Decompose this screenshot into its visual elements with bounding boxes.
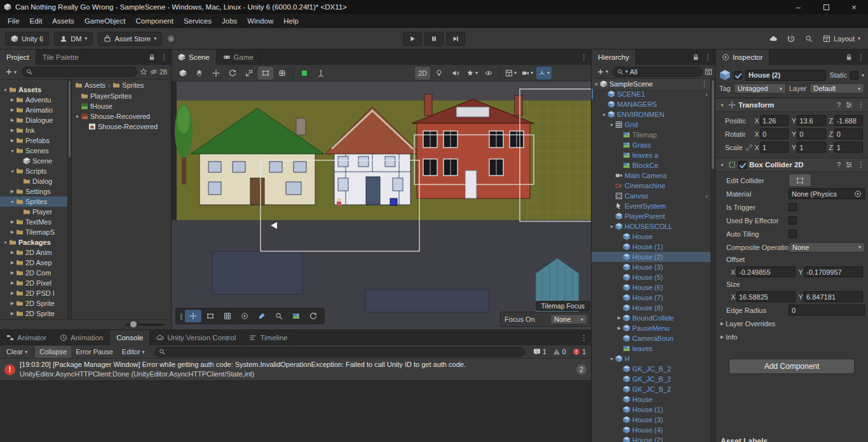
hierarchy-search-input[interactable]: ▾ All: [613, 67, 703, 77]
layout-dropdown[interactable]: Layout ▾: [823, 35, 860, 43]
material-field[interactable]: None (Physics: [789, 188, 865, 199]
tab-unity-version-control[interactable]: Unity Version Control: [150, 330, 243, 345]
hierarchy-item-house-8[interactable]: House (8): [592, 303, 710, 313]
scale-link-icon[interactable]: [745, 144, 754, 151]
menu-jobs[interactable]: Jobs: [217, 15, 242, 27]
size-x-field[interactable]: 16.58825: [736, 291, 796, 302]
tile-pick-tool[interactable]: [305, 310, 322, 322]
transform-rotation-x-field[interactable]: 0: [760, 128, 789, 139]
hierarchy-item-canvas[interactable]: Canvas›: [592, 191, 710, 201]
step-button[interactable]: [446, 32, 465, 46]
edge-radius-field[interactable]: 0: [789, 305, 865, 315]
lock-icon[interactable]: [692, 53, 700, 61]
project-tree-item-2d-anim[interactable]: ▶2D Anim: [0, 247, 67, 258]
tab-project[interactable]: Project: [0, 50, 36, 65]
layer-dropdown[interactable]: Default ▾: [810, 83, 864, 93]
tab-animator[interactable]: Animator: [0, 330, 53, 345]
visibility-toggle-button[interactable]: [481, 67, 496, 79]
project-tree-item-2d-com[interactable]: ▶2D Com: [0, 268, 67, 278]
search-icon[interactable]: [805, 35, 813, 43]
lighting-toggle-button[interactable]: [431, 67, 447, 79]
hierarchy-item-house-1[interactable]: House (1): [592, 242, 710, 252]
hierarchy-item-grass[interactable]: Grass: [592, 140, 710, 150]
gameobject-name-field[interactable]: House (2): [745, 70, 826, 81]
project-tree-item-textmes[interactable]: ▶TextMes: [0, 217, 67, 227]
favorites-star-icon[interactable]: [140, 68, 147, 76]
clear-button[interactable]: Clear ▾: [2, 346, 32, 358]
foldout-open-icon[interactable]: ▼: [9, 200, 16, 204]
project-file-shouse-recovered[interactable]: ▼Shouse-Recovered: [72, 111, 171, 121]
prefab-open-arrow-icon[interactable]: ›: [705, 90, 708, 98]
foldout-open-icon[interactable]: ▼: [2, 240, 9, 245]
hierarchy-item-boundcollide[interactable]: ▶BoundCollide: [592, 313, 710, 323]
project-tree-item-2d-psd-i[interactable]: ▶2D PSD I: [0, 288, 67, 298]
foldout-closed-icon[interactable]: ▶: [9, 260, 16, 265]
shaded-view-button[interactable]: [175, 67, 191, 79]
thumbnail-zoom-slider[interactable]: [125, 324, 165, 326]
hierarchy-item-gk-jc-b-2[interactable]: GK_JC_B_2: [592, 374, 710, 384]
offset-y-field[interactable]: -0.1709957: [804, 266, 863, 277]
menu-file[interactable]: File: [3, 15, 25, 27]
hierarchy-item-house-1[interactable]: House (1): [592, 404, 710, 415]
chevron-down-icon[interactable]: ▾: [862, 73, 864, 78]
menu-window[interactable]: Window: [242, 15, 278, 27]
focus-on-dropdown[interactable]: None ▾: [550, 314, 587, 324]
checkbox[interactable]: [789, 203, 797, 211]
project-tree-item-scene[interactable]: Scene: [0, 156, 67, 166]
foldout-closed-icon[interactable]: ▶: [719, 335, 726, 340]
presets-icon[interactable]: [845, 161, 853, 169]
foldout-closed-icon[interactable]: ▶: [9, 280, 16, 286]
foldout-closed-icon[interactable]: ▶: [9, 270, 16, 275]
foldout-open-icon[interactable]: ▼: [719, 103, 726, 107]
kebab-menu-icon[interactable]: ⋮: [580, 53, 588, 62]
hierarchy-item-tilemap[interactable]: Tilemap: [592, 130, 710, 140]
transform-position-x-field[interactable]: 1.26: [760, 115, 789, 126]
menu-services[interactable]: Services: [179, 15, 217, 27]
warning-count[interactable]: 0: [550, 348, 569, 356]
project-tree-item-sprites[interactable]: ▼Sprites: [0, 197, 67, 207]
menu-edit[interactable]: Edit: [25, 15, 48, 27]
gizmos-dropdown-button[interactable]: ▾: [536, 67, 552, 79]
project-tree-item-dialogue[interactable]: ▶Dialogue: [0, 115, 67, 125]
hierarchy-item-grid[interactable]: ▼Grid: [592, 120, 710, 130]
foldout-closed-icon[interactable]: ▶: [9, 138, 16, 143]
hierarchy-item-gk-jc-b-2[interactable]: GK_JC_B_2: [592, 384, 710, 394]
play-button[interactable]: [403, 32, 422, 46]
foldout-closed-icon[interactable]: ▶: [9, 230, 16, 235]
2d-mode-button[interactable]: 2D: [415, 67, 430, 79]
project-tree-item-player[interactable]: Player: [0, 207, 67, 217]
hierarchy-item-samplescene[interactable]: ▼SampleScene⋮: [592, 79, 710, 89]
hierarchy-item-cinemachine[interactable]: Cinemachine: [592, 181, 710, 191]
transform-rotation-z-field[interactable]: 0: [834, 128, 863, 139]
camera-dropdown-button[interactable]: ▾: [520, 67, 535, 79]
scene-viewport[interactable]: ∥ Tilemap Focus Focus On None ▾: [172, 81, 591, 329]
hierarchy-item-housescoll[interactable]: ▼HOUSESCOLL: [592, 221, 710, 231]
hierarchy-item-house-4[interactable]: House (4): [592, 425, 710, 435]
project-file-playersprites[interactable]: PlayerSprites: [72, 91, 171, 101]
hierarchy-item-house-3[interactable]: House (3): [592, 415, 710, 425]
hierarchy-item-playerparent[interactable]: PlayerParent: [592, 211, 710, 221]
component-enabled-checkbox[interactable]: [738, 161, 747, 169]
hierarchy-item-cameraboun[interactable]: CameraBoun: [592, 333, 710, 343]
help-icon[interactable]: ?: [837, 161, 841, 169]
static-checkbox[interactable]: [850, 71, 858, 79]
project-tree-item-2d-pixel[interactable]: ▶2D Pixel: [0, 278, 67, 288]
account-dropdown[interactable]: DM ▾: [54, 32, 93, 46]
effects-dropdown-button[interactable]: ▾: [465, 67, 480, 79]
project-tree-item-assets[interactable]: ▼Assets: [0, 85, 67, 95]
scene-picker-icon[interactable]: [705, 68, 712, 76]
tile-select-tool[interactable]: [202, 310, 219, 322]
transform-rotation-y-field[interactable]: 0: [797, 128, 825, 139]
tile-palette-tool-button[interactable]: [297, 67, 312, 79]
hierarchy-item-house[interactable]: House: [592, 394, 710, 404]
foldout-closed-icon[interactable]: ▶: [616, 315, 623, 321]
rotate-tool-button[interactable]: [225, 67, 240, 79]
undo-history-icon[interactable]: [787, 35, 795, 43]
project-file-fhouse[interactable]: fHouse: [72, 101, 171, 111]
foldout-closed-icon[interactable]: ▶: [9, 118, 16, 123]
tab-animation[interactable]: Animation: [53, 330, 110, 345]
menu-component[interactable]: Component: [130, 15, 178, 27]
project-tree-item-2d-sprite[interactable]: ▶2D Sprite: [0, 298, 67, 308]
project-tree-item-ink[interactable]: ▶Ink: [0, 125, 67, 135]
hierarchy-item-leaves-a[interactable]: leaves a: [592, 150, 710, 160]
